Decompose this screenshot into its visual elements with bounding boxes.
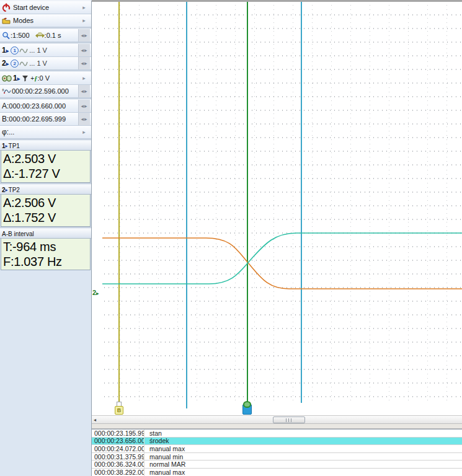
step-right-icon[interactable]: ▸	[84, 88, 88, 94]
tp2-delta-value: Δ:1.752 V	[3, 210, 88, 225]
modes-button[interactable]: Modes ▸	[0, 14, 91, 27]
tp2-measurement-panel: A:2.506 V Δ:1.752 V	[1, 195, 91, 227]
channel-2-circled-digit-icon: 2	[11, 60, 19, 68]
cursor-a-stepper[interactable]: ◂▸	[78, 100, 90, 112]
step-right-icon[interactable]: ▸	[84, 32, 88, 38]
panel-divider	[92, 424, 462, 429]
timebase-value: :0.1 s	[45, 32, 61, 39]
cursor-b-flag[interactable]: B	[115, 406, 123, 415]
sidebar: Start device ▸ Modes ▸ :1:500 :0.1 s ◂▸ …	[0, 0, 92, 476]
cursor-b-row[interactable]: B: 000:00:22.695.999 ◂▸	[0, 113, 91, 126]
tp2-header[interactable]: 2▸TP2	[0, 185, 91, 195]
channel-2-stepper[interactable]: ◂▸	[78, 57, 90, 69]
trace-channel-2	[102, 233, 462, 284]
event-table: 000:00:23.195.999stan000:00:23.656.000śr…	[92, 429, 462, 476]
trigger-time-stepper[interactable]: ◂▸	[78, 85, 90, 97]
event-label: manual max	[144, 469, 185, 476]
tp1-a-value: A:2.503 V	[3, 151, 88, 166]
tp2-title: TP2	[9, 187, 20, 193]
event-time: 000:00:24.072.000	[92, 445, 144, 452]
trigger-level-value: :0 V	[38, 74, 50, 82]
horizontal-scrollbar[interactable]: ◂	[92, 415, 462, 424]
table-row[interactable]: 000:00:23.656.000środek	[92, 438, 462, 446]
zoom-ratio-value: :1:500	[11, 32, 30, 39]
event-time: 000:00:23.195.999	[92, 430, 144, 437]
channel-1-arrow-icon: ▸	[6, 48, 9, 54]
step-right-icon[interactable]: ▸	[84, 60, 88, 66]
table-row[interactable]: 000:00:24.072.000manual max	[92, 445, 462, 453]
oscilloscope-app: { "icons": { "submenu_arrow": "▸", "pair…	[0, 0, 462, 476]
channel-2-arrow-icon: ▸	[6, 61, 9, 67]
start-device-button[interactable]: Start device ▸	[0, 1, 91, 14]
trigger-time-value: 000:00:22.596.000	[12, 87, 69, 95]
cursor-a-row[interactable]: A: 000:00:23.660.000 ◂▸	[0, 100, 91, 113]
event-time: 000:00:31.375.999	[92, 453, 144, 461]
zoom-stepper[interactable]: ◂▸	[78, 29, 90, 42]
magnifier-icon	[2, 32, 10, 40]
phase-row[interactable]: φ: ... ▸	[0, 126, 91, 139]
channel-1-stepper[interactable]: ◂▸	[78, 44, 90, 56]
start-device-arrow-icon[interactable]: ▸	[79, 1, 90, 14]
phase-value: ...	[9, 128, 14, 136]
cursor-a-label: A:	[2, 102, 9, 110]
start-device-label: Start device	[13, 4, 49, 11]
tp1-arrow-icon: ▸	[6, 143, 8, 149]
timebase-width-icon	[35, 32, 45, 39]
event-label: środek	[144, 437, 169, 444]
event-label: manual min	[144, 453, 183, 461]
modes-label: Modes	[13, 17, 33, 24]
cursor-b-stepper[interactable]: ◂▸	[78, 113, 90, 125]
waveform-icon	[19, 47, 28, 54]
event-label: manual max	[144, 445, 185, 452]
trigger-channel-arrow-icon: ▸	[17, 76, 20, 82]
ab-interval-header[interactable]: A-B interval	[0, 229, 91, 239]
trigger-time-wave-icon: ±	[2, 87, 11, 95]
trace-channel-1	[102, 238, 462, 289]
trigger-arrow-icon[interactable]: ▸	[79, 72, 90, 84]
ab-t-value: T:-964 ms	[3, 239, 88, 254]
trigger-channel-number: 1	[13, 74, 17, 82]
modes-icon	[2, 17, 11, 25]
event-time: 000:00:23.656.000	[92, 437, 144, 444]
trigger-row[interactable]: 1▸ +ƒ:0 V ▸	[0, 72, 91, 85]
tp1-measurement-panel: A:2.503 V Δ:-1.727 V	[1, 151, 91, 183]
table-row[interactable]: 000:00:38.292.000manual max	[92, 469, 462, 476]
scrollbar-thumb[interactable]	[273, 416, 305, 423]
scroll-left-arrow-icon[interactable]: ◂	[94, 416, 96, 423]
phase-arrow-icon[interactable]: ▸	[79, 126, 90, 138]
event-label: normal MAR	[144, 461, 185, 468]
phase-label: φ:	[2, 128, 9, 136]
channel-2-row[interactable]: 2▸ 2 ... 1 V ◂▸	[0, 57, 91, 70]
modes-arrow-icon[interactable]: ▸	[79, 14, 90, 27]
waveform-icon	[19, 60, 28, 67]
tp1-header[interactable]: 1▸TP1	[0, 141, 91, 151]
waveform-plot[interactable]: B 2▸	[92, 0, 462, 415]
tp1-delta-value: Δ:-1.727 V	[3, 166, 88, 181]
step-right-icon[interactable]: ▸	[84, 47, 88, 53]
table-row[interactable]: 000:00:31.375.999manual min	[92, 453, 462, 461]
zoom-timebase-row[interactable]: :1:500 :0.1 s ◂▸	[0, 29, 91, 42]
ab-f-value: F:1.037 Hz	[3, 254, 88, 269]
table-row[interactable]: 000:00:36.324.000normal MAR	[92, 461, 462, 469]
tp2-arrow-icon: ▸	[6, 187, 8, 193]
thumb-grip-icon	[286, 418, 293, 422]
event-time: 000:00:38.292.000	[92, 469, 144, 476]
cursor-b-label: B:	[2, 115, 9, 123]
trigger-binoculars-icon	[2, 75, 12, 82]
channel-1-number: 1	[2, 46, 6, 55]
channel-1-circled-digit-icon: 1	[11, 46, 19, 55]
channel-2-position-marker[interactable]: 2▸	[92, 289, 99, 296]
svg-text:±: ±	[2, 87, 4, 92]
step-right-icon[interactable]: ▸	[84, 103, 88, 109]
table-row[interactable]: 000:00:23.195.999stan	[92, 430, 462, 438]
channel-2-scale: ... 1 V	[29, 60, 47, 67]
channel-2-number: 2	[2, 59, 6, 68]
channel-1-row[interactable]: 1▸ 1 ... 1 V ◂▸	[0, 44, 91, 57]
ab-interval-title: A-B interval	[2, 231, 34, 237]
event-time: 000:00:36.324.000	[92, 461, 144, 468]
cursor-a-value: 000:00:23.660.000	[9, 102, 66, 110]
trigger-time-row[interactable]: ± 000:00:22.596.000 ◂▸	[0, 85, 91, 98]
ab-interval-panel: T:-964 ms F:1.037 Hz	[1, 239, 91, 270]
step-right-icon[interactable]: ▸	[84, 116, 88, 122]
channel-2-marker-arrow-icon: ▸	[96, 291, 99, 296]
